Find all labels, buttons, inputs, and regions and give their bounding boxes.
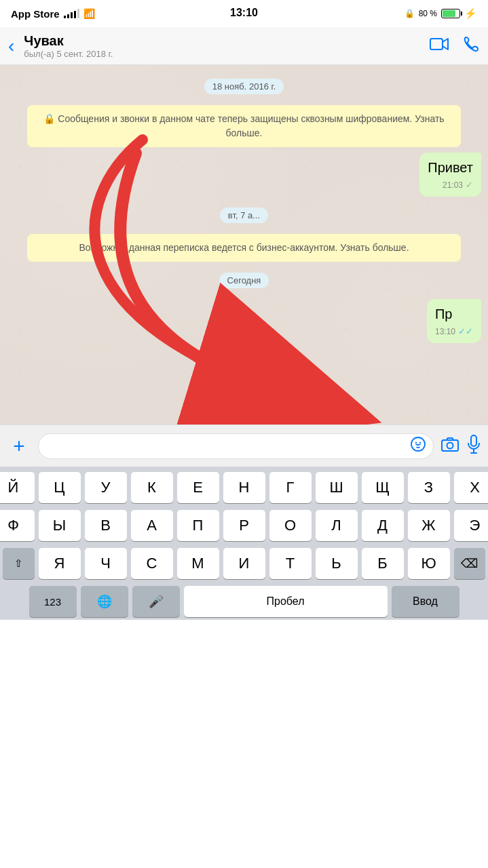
key-р[interactable]: Р: [223, 510, 265, 541]
key-и[interactable]: И: [223, 548, 265, 579]
signal-icon: [64, 9, 79, 18]
key-ь[interactable]: Ь: [316, 548, 358, 579]
key-д[interactable]: Д: [362, 510, 404, 541]
key-м[interactable]: М: [177, 548, 219, 579]
key-г[interactable]: Г: [269, 472, 312, 503]
space-key[interactable]: Пробел: [184, 586, 388, 617]
sticker-button[interactable]: [410, 436, 426, 456]
key-ц[interactable]: Ц: [39, 472, 81, 503]
message-bubble-1: Привет 21:03 ✓: [419, 153, 481, 197]
key-э[interactable]: Э: [454, 510, 489, 541]
key-т[interactable]: Т: [269, 548, 312, 579]
key-о[interactable]: О: [269, 510, 312, 541]
message-input-wrap: [38, 433, 434, 459]
key-ш[interactable]: Ш: [316, 472, 358, 503]
header-actions: [430, 35, 480, 57]
date-divider-2: вт, 7 а...: [7, 208, 481, 223]
keyboard-row-1: Й Ц У К Е Н Г Ш Щ З Х: [3, 472, 485, 503]
svg-point-6: [419, 441, 421, 443]
key-б[interactable]: Б: [362, 548, 404, 579]
system-message-2: Возможно, данная переписка ведется с биз…: [27, 234, 461, 262]
key-ж[interactable]: Ж: [408, 510, 450, 541]
mic-key[interactable]: 🎤: [132, 586, 180, 617]
enter-key[interactable]: Ввод: [392, 586, 459, 617]
key-ф[interactable]: Ф: [0, 510, 35, 541]
lock-icon: 🔒: [405, 9, 415, 18]
voice-button[interactable]: [466, 435, 481, 458]
message-time-2: 13:10: [435, 326, 455, 338]
svg-point-8: [447, 442, 453, 448]
battery-percent: 80 %: [419, 9, 437, 18]
carrier-label: App Store: [11, 8, 60, 20]
key-н[interactable]: Н: [223, 472, 265, 503]
key-х[interactable]: Х: [454, 472, 489, 503]
keyboard: Й Ц У К Е Н Г Ш Щ З Х Ф Ы В А П Р О Л Д …: [0, 467, 488, 620]
status-carrier: App Store 📶: [11, 8, 95, 20]
key-з[interactable]: З: [408, 472, 450, 503]
contact-status: был(-а) 5 сент. 2018 г.: [24, 49, 423, 59]
video-call-icon[interactable]: [430, 37, 450, 56]
message-time-1: 21:03: [443, 180, 463, 191]
back-button[interactable]: ‹: [8, 35, 17, 57]
key-п[interactable]: П: [177, 510, 219, 541]
wifi-icon: 📶: [83, 8, 95, 19]
message-check-1: ✓: [466, 179, 473, 191]
delete-key[interactable]: ⌫: [454, 548, 486, 579]
svg-rect-9: [471, 435, 476, 446]
key-с[interactable]: С: [131, 548, 173, 579]
message-text-1: Привет: [428, 160, 473, 175]
shift-key[interactable]: ⇧: [3, 548, 35, 579]
key-й[interactable]: Й: [0, 472, 35, 503]
key-а[interactable]: А: [131, 510, 173, 541]
message-bubble-2: Пр 13:10 ✓✓: [427, 299, 481, 343]
svg-rect-0: [430, 39, 443, 50]
chat-area: 18 нояб. 2016 г. 🔒 Сообщения и звонки в …: [0, 65, 488, 425]
key-ы[interactable]: Ы: [39, 510, 81, 541]
numbers-key[interactable]: 123: [29, 586, 77, 617]
battery-icon: [441, 9, 460, 18]
camera-button[interactable]: [440, 436, 459, 456]
date-divider-3: Сегодня: [7, 273, 481, 288]
contact-info: Чувак был(-а) 5 сент. 2018 г.: [24, 33, 423, 59]
keyboard-row-bottom: 123 🌐 🎤 Пробел Ввод: [3, 586, 485, 617]
status-time: 13:10: [230, 7, 258, 19]
message-row-2: Пр 13:10 ✓✓: [7, 299, 481, 343]
key-у[interactable]: У: [85, 472, 127, 503]
message-row-1: Привет 21:03 ✓: [7, 153, 481, 197]
key-л[interactable]: Л: [316, 510, 358, 541]
chat-header: ‹ Чувак был(-а) 5 сент. 2018 г.: [0, 27, 488, 65]
message-check-2: ✓✓: [458, 326, 473, 338]
charge-icon: ⚡: [464, 7, 477, 20]
keyboard-row-2: Ф Ы В А П Р О Л Д Ж Э: [3, 510, 485, 541]
key-ю[interactable]: Ю: [408, 548, 450, 579]
key-к[interactable]: К: [131, 472, 173, 503]
date-divider-1: 18 нояб. 2016 г.: [7, 79, 481, 94]
globe-key[interactable]: 🌐: [81, 586, 128, 617]
input-bar: +: [0, 425, 488, 467]
key-я[interactable]: Я: [39, 548, 81, 579]
key-в[interactable]: В: [85, 510, 127, 541]
status-bar: App Store 📶 13:10 🔒 80 % ⚡: [0, 0, 488, 27]
key-е[interactable]: Е: [177, 472, 219, 503]
svg-rect-7: [442, 440, 458, 451]
chat-messages: 18 нояб. 2016 г. 🔒 Сообщения и звонки в …: [0, 65, 488, 351]
svg-point-5: [415, 441, 417, 443]
status-right: 🔒 80 % ⚡: [405, 7, 477, 20]
attach-button[interactable]: +: [7, 435, 31, 458]
contact-name: Чувак: [24, 33, 423, 49]
message-input[interactable]: [45, 440, 406, 452]
keyboard-row-3: ⇧ Я Ч С М И Т Ь Б Ю ⌫: [3, 548, 485, 579]
system-message-1: 🔒 Сообщения и звонки в данном чате тепер…: [27, 105, 461, 147]
key-щ[interactable]: Щ: [362, 472, 404, 503]
key-ч[interactable]: Ч: [85, 548, 127, 579]
phone-call-icon[interactable]: [462, 35, 480, 57]
message-text-2: Пр: [435, 307, 453, 321]
